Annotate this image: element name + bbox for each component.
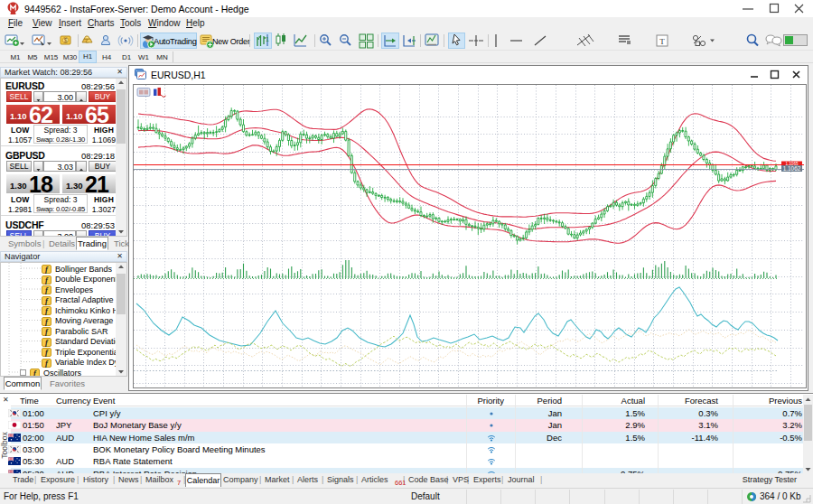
svg-text:T: T <box>659 37 665 46</box>
svg-text:$: $ <box>64 37 68 43</box>
svg-text:1: 1 <box>266 36 269 42</box>
svg-text:1.1062: 1.1062 <box>783 165 801 172</box>
